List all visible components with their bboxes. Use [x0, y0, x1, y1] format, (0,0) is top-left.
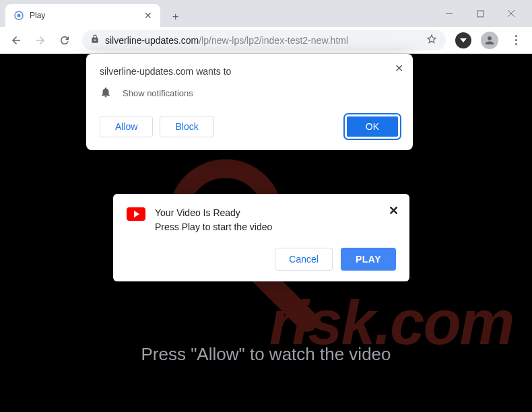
cancel-button[interactable]: Cancel [275, 248, 333, 271]
url-text: silverline-updates.com/lp/new-lps/lp2/in… [105, 35, 348, 46]
tab-close-button[interactable]: ✕ [144, 10, 152, 21]
back-button[interactable] [5, 30, 27, 51]
address-bar[interactable]: silverline-updates.com/lp/new-lps/lp2/in… [82, 30, 446, 50]
bookmark-star-icon[interactable] [426, 33, 438, 48]
minimize-button[interactable] [434, 3, 465, 24]
block-button[interactable]: Block [160, 116, 213, 137]
video-dialog-text: Your Video Is Ready Press Play to start … [155, 206, 272, 234]
play-button[interactable]: PLAY [341, 248, 396, 271]
maximize-button[interactable] [465, 3, 496, 24]
lock-icon [90, 34, 100, 46]
browser-toolbar: silverline-updates.com/lp/new-lps/lp2/in… [0, 27, 532, 54]
permission-close-button[interactable]: ✕ [395, 62, 403, 75]
reload-button[interactable] [54, 30, 75, 51]
window-controls [434, 3, 527, 24]
youtube-icon [127, 207, 145, 221]
tab-title: Play [30, 11, 139, 20]
allow-button[interactable]: Allow [100, 116, 153, 137]
video-dialog-close-button[interactable]: ✕ [389, 203, 399, 218]
svg-rect-3 [477, 11, 484, 17]
permission-notification-label: Show notifications [123, 88, 193, 98]
video-ready-dialog: ✕ Your Video Is Ready Press Play to star… [113, 194, 409, 281]
browser-menu-button[interactable] [505, 30, 527, 51]
extension-icon[interactable] [455, 32, 471, 48]
svg-point-1 [18, 14, 21, 18]
bell-icon [100, 86, 112, 100]
page-prompt-text: Press "Allow" to watch the video [0, 344, 532, 365]
notification-permission-dialog: ✕ silverline-updates.com wants to Show n… [86, 54, 413, 150]
tab-favicon [13, 10, 24, 21]
permission-notification-row: Show notifications [100, 86, 399, 100]
browser-tab[interactable]: Play ✕ [5, 4, 160, 27]
permission-title: silverline-updates.com wants to [100, 66, 399, 77]
close-window-button[interactable] [496, 3, 527, 24]
ok-button[interactable]: OK [345, 115, 399, 138]
new-tab-button[interactable]: + [166, 7, 185, 27]
profile-avatar[interactable] [481, 32, 498, 49]
forward-button[interactable] [30, 30, 51, 51]
browser-titlebar: Play ✕ + [0, 0, 532, 27]
